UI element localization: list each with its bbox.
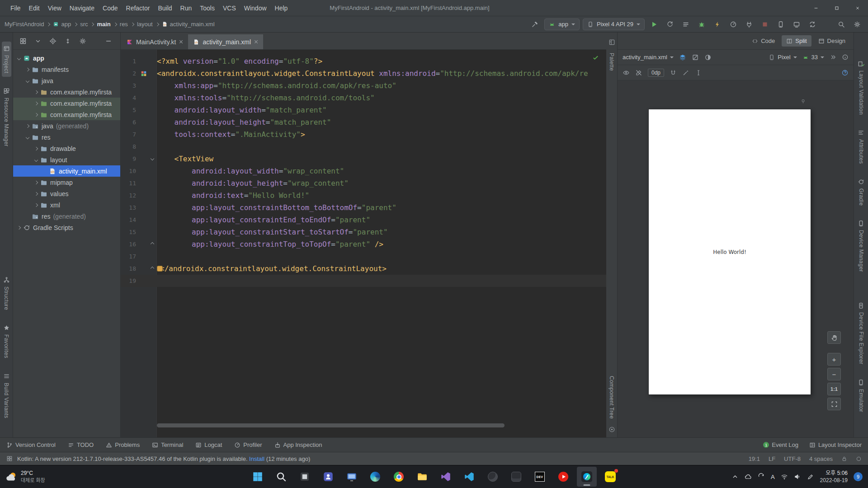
tree-item-layout[interactable]: layout <box>13 154 120 165</box>
tool-strip-item-device-file-explorer[interactable]: Device File Explorer <box>856 299 866 368</box>
profiler-button[interactable] <box>727 19 740 30</box>
default-margins-selector[interactable]: 0dp <box>648 69 664 77</box>
zoom-to-fit-button[interactable] <box>827 398 841 410</box>
tool-button-app-inspection[interactable]: App Inspection <box>274 441 322 448</box>
weather-widget[interactable]: 29°C 대체로 화창 <box>0 470 45 483</box>
wifi-icon[interactable] <box>781 473 788 480</box>
tree-item-com-example-myfirsta[interactable]: com.example.myfirsta <box>13 86 120 98</box>
tree-item-drawable[interactable]: drawable <box>13 143 120 154</box>
chevron-down-button[interactable] <box>33 35 42 47</box>
menu-run[interactable]: Run <box>176 3 196 14</box>
layout-preview-gutter-icon[interactable] <box>141 70 147 77</box>
infer-constraints-icon[interactable] <box>682 69 689 76</box>
code-line-17[interactable]: 17 <box>121 250 606 263</box>
device-manager-button[interactable] <box>774 19 787 30</box>
layers-icon[interactable] <box>679 54 686 61</box>
tree-item-java[interactable]: java (generated) <box>13 120 120 131</box>
tool-strip-item-attributes[interactable]: Attributes <box>856 126 866 168</box>
menu-build[interactable]: Build <box>154 3 176 14</box>
menu-file[interactable]: File <box>6 3 25 14</box>
code-line-4[interactable]: 4 xmlns:tools="http://schemas.android.co… <box>121 92 606 104</box>
tab-close-icon[interactable] <box>254 40 258 44</box>
mode-tab-split[interactable]: Split <box>782 35 811 47</box>
design-canvas[interactable]: Hello World! + − 1:1 <box>618 80 854 437</box>
breadcrumb-myfirstandroid[interactable]: MyFirstAndroid <box>5 21 44 28</box>
build-button[interactable] <box>528 19 541 30</box>
clear-constraints-icon[interactable] <box>670 69 677 76</box>
tree-item-com-example-myfirsta[interactable]: com.example.myfirsta <box>13 98 120 109</box>
tree-item-xml[interactable]: xml <box>13 199 120 211</box>
volume-icon[interactable] <box>794 473 801 480</box>
tab-mainactivity-kt[interactable]: MainActivity.kt <box>122 34 188 49</box>
run-config-selector[interactable]: app <box>544 19 580 30</box>
stop-button[interactable] <box>759 19 771 30</box>
fold-marker-icon[interactable] <box>151 156 154 160</box>
taskbar-app-monitor[interactable] <box>342 467 362 487</box>
taskbar-app-app-dark-square[interactable] <box>506 467 526 487</box>
close-button[interactable] <box>847 0 868 16</box>
code-editor[interactable]: 1<?xml version="1.0" encoding="utf-8"?>2… <box>121 50 606 437</box>
pen-icon[interactable] <box>807 473 814 480</box>
more-actions-icon[interactable] <box>830 54 836 61</box>
device-mirror-button[interactable] <box>790 19 803 30</box>
menu-tools[interactable]: Tools <box>196 3 219 14</box>
code-line-7[interactable]: 7 tools:context=".MainActivity"> <box>121 128 606 141</box>
taskbar-app-youtube[interactable] <box>553 467 573 487</box>
autoconnect-off-icon[interactable] <box>635 69 642 76</box>
tool-strip-item-emulator[interactable]: Emulator <box>856 375 866 416</box>
maximize-button[interactable] <box>826 0 847 16</box>
taskbar-clock[interactable]: 오후 5:06 2022-08-19 <box>820 469 848 484</box>
menu-help[interactable]: Help <box>271 3 292 14</box>
file-encoding[interactable]: UTF-8 <box>784 455 801 462</box>
code-line-10[interactable]: 10 android:layout_width="wrap_content" <box>121 165 606 177</box>
profile-lines-button[interactable] <box>679 19 692 30</box>
code-line-11[interactable]: 11 android:layout_height="wrap_content" <box>121 177 606 189</box>
menu-window[interactable]: Window <box>240 3 271 14</box>
design-file-selector[interactable]: activity_main.xml <box>623 54 674 61</box>
menu-navigate[interactable]: Navigate <box>66 3 99 14</box>
device-preview[interactable]: Hello World! <box>649 109 811 394</box>
tree-item-gradle-scripts[interactable]: Gradle Scripts <box>13 222 120 233</box>
device-selector[interactable]: Pixel 4 API 29 <box>583 19 645 30</box>
code-line-16[interactable]: 16 app:layout_constraintTop_toTopOf="par… <box>121 238 606 250</box>
taskbar-app-vscode[interactable] <box>459 467 479 487</box>
mode-tab-code[interactable]: Code <box>747 35 779 47</box>
taskbar-app-search[interactable] <box>271 467 291 487</box>
fold-marker-icon[interactable] <box>151 266 154 270</box>
settings-button[interactable] <box>78 35 87 47</box>
lock-icon[interactable] <box>841 456 847 462</box>
preview-api-selector[interactable]: 33 <box>802 54 824 61</box>
breadcrumb-activity-main-xml[interactable]: activity_main.xml <box>162 21 215 28</box>
hide-panel-button[interactable] <box>102 35 115 47</box>
code-line-3[interactable]: 3 xmlns:app="http://schemas.android.com/… <box>121 80 606 92</box>
palette-tab[interactable]: Palette <box>607 49 616 75</box>
component-tree-tab[interactable]: Component Tree <box>607 372 616 422</box>
apply-changes-button[interactable] <box>711 19 724 30</box>
run-button[interactable] <box>648 19 660 30</box>
line-ending[interactable]: LF <box>769 455 775 462</box>
tool-strip-item-layout-validation[interactable]: Layout Validation <box>856 57 866 118</box>
breadcrumb-app[interactable]: app <box>53 21 71 28</box>
code-line-14[interactable]: 14 app:layout_constraintEnd_toEndOf="par… <box>121 214 606 226</box>
design-attrs-off-icon[interactable] <box>692 54 699 61</box>
code-line-5[interactable]: 5 android:layout_width="match_parent" <box>121 104 606 116</box>
code-line-15[interactable]: 15 app:layout_constraintStart_toStartOf=… <box>121 226 606 238</box>
debug-button[interactable] <box>695 19 708 30</box>
tree-item-java[interactable]: java <box>13 75 120 86</box>
code-line-8[interactable]: 8 <box>121 141 606 153</box>
attach-debugger-button[interactable] <box>743 19 755 30</box>
tree-item-app[interactable]: app <box>13 52 120 64</box>
preview-device-selector[interactable]: Pixel <box>769 54 797 61</box>
notification-count-badge[interactable]: 9 <box>854 472 863 481</box>
rerun-button[interactable] <box>664 19 676 30</box>
code-line-18[interactable]: 18</androidx.constraintlayout.widget.Con… <box>121 263 606 275</box>
ime-indicator[interactable]: A <box>771 474 775 480</box>
code-line-19[interactable]: 19 <box>121 275 606 287</box>
tool-button-logcat[interactable]: Logcat <box>195 441 222 448</box>
theme-contrast-icon[interactable] <box>704 54 712 61</box>
tab-close-icon[interactable] <box>179 40 183 44</box>
tool-button-todo[interactable]: TODO <box>68 441 94 448</box>
indent-setting[interactable]: 4 spaces <box>809 455 833 462</box>
tool-strip-item-gradle[interactable]: Gradle <box>856 175 866 209</box>
tool-button-layout-inspector[interactable]: Layout Inspector <box>809 441 862 448</box>
